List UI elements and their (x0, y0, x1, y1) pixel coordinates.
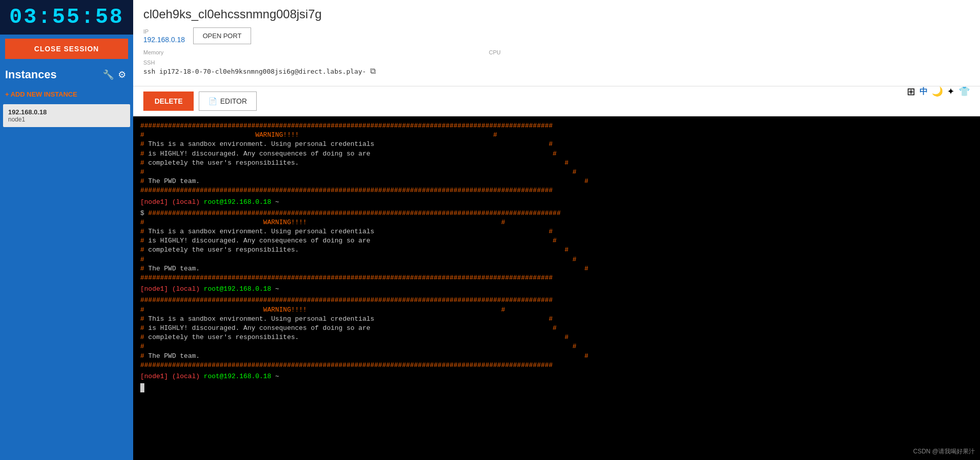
star-icon[interactable]: ✦ (947, 86, 955, 97)
ssh-value: ssh ip172-18-0-70-cl0eh9ksnmng008jsi6g@d… (143, 68, 366, 75)
chinese-icon[interactable]: 中 (920, 86, 928, 97)
editor-label: EDITOR (220, 97, 247, 105)
copy-icon[interactable]: ⧉ (370, 67, 376, 76)
term-prompt-2: [node1] (local) root@192.168.0.18 ~ (140, 285, 973, 294)
editor-file-icon: 📄 (208, 97, 217, 105)
gear-icon-button[interactable]: ⚙ (116, 67, 128, 82)
shirt-icon[interactable]: 👕 (959, 86, 970, 97)
term-cursor-line (140, 383, 973, 392)
meta-row: Memory CPU (143, 49, 970, 55)
moon-icon[interactable]: 🌙 (932, 86, 943, 97)
editor-button[interactable]: 📄 EDITOR (199, 91, 257, 111)
ssh-label: SSH (143, 59, 970, 66)
sidebar: 03:55:58 CLOSE SESSION Instances 🔧 ⚙ + A… (0, 0, 133, 460)
term-block-3: ########################################… (140, 296, 973, 370)
open-port-button[interactable]: OPEN PORT (193, 27, 251, 44)
instance-title: cl0eh9ks_cl0ehcssnmng008jsi7g (143, 7, 970, 21)
terminal[interactable]: ########################################… (133, 116, 980, 460)
ssh-section: SSH ssh ip172-18-0-70-cl0eh9ksnmng008jsi… (143, 59, 970, 76)
ip-label: IP (143, 28, 185, 35)
wrench-icon-button[interactable]: 🔧 (101, 67, 116, 82)
instance-item[interactable]: 192.168.0.18 node1 (3, 104, 130, 127)
term-prompt-1: [node1] (local) root@192.168.0.18 ~ (140, 198, 973, 207)
term-cursor (140, 383, 144, 392)
instances-label: Instances (5, 68, 101, 81)
ssh-row: ssh ip172-18-0-70-cl0eh9ksnmng008jsi6g@d… (143, 67, 970, 76)
ip-row: IP 192.168.0.18 OPEN PORT (143, 27, 970, 44)
delete-button[interactable]: DELETE (143, 91, 194, 111)
watermark: CSDN @请我喝好果汁 (913, 447, 975, 456)
add-new-instance-link[interactable]: + ADD NEW INSTANCE (0, 86, 133, 102)
instances-header: Instances 🔧 ⚙ (0, 63, 133, 86)
top-right-icons: ⊞ 中 🌙 ✦ 👕 (907, 85, 970, 98)
instance-ip: 192.168.0.18 (8, 108, 125, 116)
term-prompt-3: [node1] (local) root@192.168.0.18 ~ (140, 372, 973, 381)
memory-label: Memory (143, 49, 164, 55)
instance-header: cl0eh9ks_cl0ehcssnmng008jsi7g IP 192.168… (133, 0, 980, 86)
close-session-button[interactable]: CLOSE SESSION (5, 39, 128, 59)
term-block-2: $ ######################################… (140, 209, 973, 283)
ip-value: 192.168.0.18 (143, 36, 185, 44)
timer: 03:55:58 (0, 0, 133, 35)
cpu-label: CPU (489, 49, 501, 55)
term-block-1: ########################################… (140, 121, 973, 196)
action-row: DELETE 📄 EDITOR (133, 86, 980, 116)
grid-icon[interactable]: ⊞ (907, 85, 915, 98)
ip-info: IP 192.168.0.18 (143, 28, 185, 44)
instance-name: node1 (8, 116, 125, 123)
main-panel: cl0eh9ks_cl0ehcssnmng008jsi7g IP 192.168… (133, 0, 980, 460)
